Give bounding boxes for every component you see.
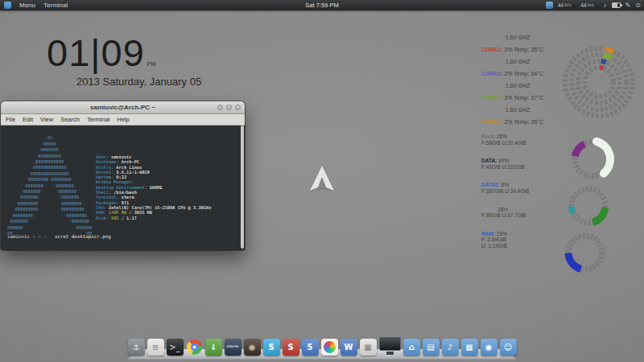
dock-item-places-documents[interactable]: ▤ <box>423 339 440 356</box>
terminal-titlebar[interactable]: samiuvic@Arch-PC ~ <box>1 101 245 114</box>
core-load: 2% <box>504 71 512 76</box>
disk-row: DATA: 89%F:42GiB U:322GiB <box>481 158 562 170</box>
terminal-menu-edit[interactable]: Edit <box>23 116 33 123</box>
dock-item-blue-5-app[interactable]: 5 <box>302 339 319 356</box>
ram-arc <box>568 253 581 269</box>
dock-item-chrome-browser[interactable] <box>186 339 203 356</box>
tray-app-icon[interactable] <box>546 2 553 9</box>
disk-serpentine-gauge <box>551 122 632 275</box>
system-tray: 44 kb/s ▼ 44 kb/s ▲ ♪ ✎ ⊙ <box>546 0 641 10</box>
sysinfo-value: 3.6.11-1-ARCH <box>116 170 149 175</box>
maximize-button[interactable] <box>226 105 232 110</box>
dock-item-places-home[interactable]: ⌂ <box>403 339 420 356</box>
core2-arc <box>601 61 606 63</box>
core-stats: CORE1: 2% Temp: 35°C <box>481 43 562 56</box>
disk-percent: 29% <box>497 231 507 237</box>
terminal-menu-view[interactable]: View <box>40 116 53 123</box>
net-upload-indicator[interactable]: 44 kb/s ▲ <box>580 2 598 8</box>
menu-button[interactable]: Menu <box>19 2 35 9</box>
docky-anchor-icon: ⚓ <box>133 343 140 352</box>
sysinfo-label: Distro: <box>96 165 114 170</box>
panel-terminal-button[interactable]: Terminal <box>43 2 68 9</box>
disk-header: Root: 26% <box>481 134 562 140</box>
arrow-up-icon: ▲ <box>595 3 599 8</box>
net-down-value: 44 <box>558 2 564 8</box>
distro-menu-icon[interactable] <box>4 2 11 9</box>
prompt-command: scrot desktopscr.png <box>55 234 111 239</box>
work-arc <box>592 208 605 223</box>
dock-item-places-user[interactable]: ☺ <box>500 339 517 356</box>
sysinfo-value: 0:22 <box>116 175 126 179</box>
dock-item-word-processor[interactable]: W <box>341 339 357 356</box>
core-name: CORE2: <box>481 71 502 76</box>
battery-icon[interactable] <box>612 2 621 8</box>
volume-icon[interactable]: ♪ <box>604 0 607 10</box>
calculator-app-icon: ▦ <box>364 343 371 352</box>
net-up-unit: kb/s <box>587 3 593 7</box>
sysinfo-label: Uptime: <box>96 175 114 179</box>
terminal-menu-file[interactable]: File <box>6 116 15 123</box>
dock-item-photos-app[interactable] <box>321 339 338 356</box>
dock-item-calculator-app[interactable]: ▦ <box>360 339 377 356</box>
red-s-app-icon: S <box>287 343 293 352</box>
dock-item-places-music[interactable]: ♪ <box>442 339 459 356</box>
dock-item-download-manager[interactable]: ↓ <box>205 339 222 356</box>
disk-percent: 8% <box>502 182 509 187</box>
disk-name: Work: <box>481 207 496 212</box>
terminal-menubar: FileEditViewSearchTerminalHelp <box>1 114 245 125</box>
places-user-icon: ☺ <box>504 343 512 352</box>
cpu-ring-gauge <box>562 40 636 124</box>
sysinfo-label: Disk: <box>96 216 109 220</box>
dock-item-text-editor[interactable]: ≡ <box>147 339 164 356</box>
disk-detail: F:58GiB U:20.4GiB <box>481 140 562 146</box>
close-button[interactable] <box>235 105 241 110</box>
dock-item-xterm-app[interactable]: xterm <box>225 339 242 356</box>
terminal-menu-search[interactable]: Search <box>60 116 80 123</box>
places-documents-icon: ▤ <box>427 343 434 352</box>
disk-percent: 28% <box>497 207 508 212</box>
minimize-button[interactable] <box>217 105 223 110</box>
core-stats: CORE2: 2% Temp: 34°C <box>481 68 562 80</box>
data-arc <box>597 142 610 174</box>
xterm-app-icon: xterm <box>226 345 238 349</box>
sysinfo-label: Window Manager: <box>96 179 134 184</box>
terminal-body[interactable]: . +8+ 88888 8888888 888888888 8888888888… <box>1 125 245 250</box>
dock-item-terminal-app[interactable]: >_ <box>167 339 184 356</box>
terminal-menu-help[interactable]: Help <box>117 116 129 123</box>
dock-item-computer-monitor[interactable] <box>379 337 401 356</box>
text-editor-icon: ≡ <box>152 343 159 352</box>
power-icon[interactable]: ⊙ <box>635 0 641 10</box>
places-home-icon: ⌂ <box>408 343 414 352</box>
sysinfo-label: Terminal: <box>96 195 119 200</box>
sysinfo-value: 971 <box>122 200 130 205</box>
sysinfo-value: xterm <box>122 195 134 200</box>
disk-row: RAM: 29%F: 2.89GiBU: 1.14GiB <box>481 231 562 249</box>
dock-icons: ⚓≡>_↓xterm◉SS5W▦⌂▤♪▦◉☺ <box>127 337 517 356</box>
dock-item-skype[interactable]: S <box>263 339 280 356</box>
disk-name: DATA2: <box>481 182 500 187</box>
net-up-value: 44 <box>580 2 586 8</box>
terminal-prompt[interactable]: samiuvic : ~ :scrot desktopscr.png <box>7 234 111 239</box>
net-download-indicator[interactable]: 44 kb/s ▼ <box>558 2 576 8</box>
dock-item-places-pictures[interactable]: ▦ <box>461 339 478 356</box>
edit-icon[interactable]: ✎ <box>625 0 631 10</box>
disk-row: Root: 26%F:58GiB U:20.4GiB <box>481 134 562 146</box>
dock-item-docky-anchor[interactable]: ⚓ <box>128 339 145 356</box>
cpu-core-block: 1.60 GHZCORE2: 2% Temp: 34°C <box>481 56 562 80</box>
data2-arc <box>572 207 573 213</box>
terminal-menu-terminal[interactable]: Terminal <box>87 116 109 123</box>
desktop-background: Menu Terminal Sat 7:59 PM 44 kb/s ▼ 44 k… <box>0 0 644 362</box>
disk-name: Root: <box>481 134 495 139</box>
dock-item-red-s-app[interactable]: S <box>283 339 299 356</box>
sysinfo-value: samiuvic <box>111 154 132 159</box>
dock-item-places-network[interactable]: ◉ <box>481 339 497 356</box>
disk-name: DATA: <box>481 158 497 163</box>
dock-item-camera-app[interactable]: ◉ <box>244 339 261 356</box>
terminal-scrollbar[interactable] <box>241 125 244 249</box>
disk-row: DATA2: 8%F:387GiB U:34.4GiB <box>481 182 562 194</box>
sysinfo-value: GNOME <box>150 185 163 190</box>
clock-ampm: PM <box>147 61 156 67</box>
disk-percent: 89% <box>498 158 509 163</box>
core-name: CORE4: <box>481 119 502 125</box>
arch-desktop-logo <box>308 165 336 192</box>
